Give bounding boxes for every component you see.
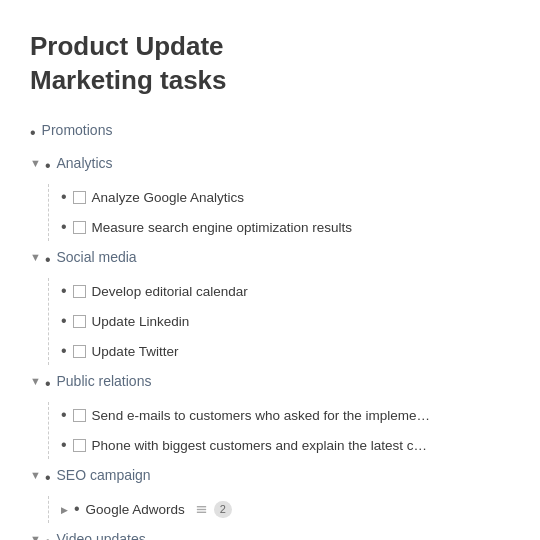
list-item-social-3: •Update Twitter	[61, 338, 510, 365]
adwords-badge: 2	[214, 501, 232, 519]
adwords-toggle-icon[interactable]: ▶	[61, 505, 68, 515]
task-tree: •Promotions▼•Analytics•Analyze Google An…	[30, 118, 510, 540]
section-bullet: •	[45, 531, 51, 540]
task-item-pr-2: •Phone with biggest customers and explai…	[61, 432, 510, 459]
item-bullet: •	[61, 311, 67, 332]
list-icon[interactable]	[195, 503, 208, 516]
section-toggle-video-updates[interactable]: ▼•Video updates	[30, 529, 146, 540]
section-bullet: •	[45, 373, 51, 395]
toggle-arrow-icon: ▼	[30, 155, 41, 173]
item-bullet: •	[61, 217, 67, 238]
list-item-social-2: •Update Linkedin	[61, 308, 510, 335]
adwords-label: Google Adwords	[86, 502, 185, 517]
task-item-pr-1: •Send e-mails to customers who asked for…	[61, 402, 510, 429]
task-text-social-3: Update Twitter	[92, 344, 179, 359]
toggle-arrow-icon: ▼	[30, 467, 41, 485]
section-toggle-public-relations[interactable]: ▼•Public relations	[30, 371, 151, 397]
toggle-arrow-icon: ▼	[30, 249, 41, 267]
section-analytics: ▼•Analytics•Analyze Google Analytics•Mea…	[30, 151, 510, 241]
adwords-bullet: •	[74, 499, 80, 520]
section-public-relations: ▼•Public relations•Send e-mails to custo…	[30, 369, 510, 459]
section-social-media: ▼•Social media•Develop editorial calenda…	[30, 245, 510, 365]
task-text-analytics-2: Measure search engine optimization resul…	[92, 220, 352, 235]
list-item-seo-1: ▶•Google Adwords2	[61, 496, 510, 523]
section-label-promotions: Promotions	[42, 122, 113, 138]
task-checkbox-social-1[interactable]	[73, 285, 86, 298]
list-item-pr-1: •Send e-mails to customers who asked for…	[61, 402, 510, 429]
section-toggle-analytics[interactable]: ▼•Analytics	[30, 153, 113, 179]
list-item-analytics-2: •Measure search engine optimization resu…	[61, 214, 510, 241]
section-label-analytics: Analytics	[57, 155, 113, 171]
section-seo-campaign: ▼•SEO campaign▶•Google Adwords2	[30, 463, 510, 523]
list-item-social-1: •Develop editorial calendar	[61, 278, 510, 305]
nested-container-public-relations: •Send e-mails to customers who asked for…	[48, 402, 510, 459]
task-checkbox-pr-1[interactable]	[73, 409, 86, 422]
page-title: Product Update Marketing tasks	[30, 30, 510, 98]
item-bullet: •	[61, 405, 67, 426]
section-bullet: •	[45, 155, 51, 177]
task-item-analytics-1: •Analyze Google Analytics	[61, 184, 510, 211]
list-item-pr-2: •Phone with biggest customers and explai…	[61, 432, 510, 459]
nested-container-seo-campaign: ▶•Google Adwords2	[48, 496, 510, 523]
section-label-video-updates: Video updates	[57, 531, 146, 540]
section-bullet: •	[45, 467, 51, 489]
section-toggle-social-media[interactable]: ▼•Social media	[30, 247, 137, 273]
section-label-seo-campaign: SEO campaign	[57, 467, 151, 483]
adwords-row: ▶•Google Adwords2	[61, 496, 510, 523]
section-label-social-media: Social media	[57, 249, 137, 265]
list-item-analytics-1: •Analyze Google Analytics	[61, 184, 510, 211]
task-text-analytics-1: Analyze Google Analytics	[92, 190, 244, 205]
task-checkbox-pr-2[interactable]	[73, 439, 86, 452]
task-checkbox-analytics-2[interactable]	[73, 221, 86, 234]
task-checkbox-social-3[interactable]	[73, 345, 86, 358]
section-bullet: •	[30, 122, 36, 144]
nested-container-analytics: •Analyze Google Analytics•Measure search…	[48, 184, 510, 241]
task-text-social-1: Develop editorial calendar	[92, 284, 248, 299]
item-bullet: •	[61, 187, 67, 208]
section-label-public-relations: Public relations	[57, 373, 152, 389]
task-checkbox-analytics-1[interactable]	[73, 191, 86, 204]
task-text-social-2: Update Linkedin	[92, 314, 190, 329]
toggle-arrow-icon: ▼	[30, 373, 41, 391]
task-item-social-1: •Develop editorial calendar	[61, 278, 510, 305]
item-bullet: •	[61, 281, 67, 302]
section-promotions: •Promotions	[30, 118, 510, 148]
toggle-arrow-icon: ▼	[30, 531, 41, 540]
section-toggle-seo-campaign[interactable]: ▼•SEO campaign	[30, 465, 151, 491]
task-item-social-3: •Update Twitter	[61, 338, 510, 365]
task-item-social-2: •Update Linkedin	[61, 308, 510, 335]
section-label-row-promotions: •Promotions	[30, 120, 112, 146]
task-item-analytics-2: •Measure search engine optimization resu…	[61, 214, 510, 241]
item-bullet: •	[61, 341, 67, 362]
item-bullet: •	[61, 435, 67, 456]
task-text-pr-2: Phone with biggest customers and explain…	[92, 438, 432, 453]
section-bullet: •	[45, 249, 51, 271]
nested-container-social-media: •Develop editorial calendar•Update Linke…	[48, 278, 510, 364]
task-checkbox-social-2[interactable]	[73, 315, 86, 328]
task-text-pr-1: Send e-mails to customers who asked for …	[92, 408, 432, 423]
section-video-updates: ▼•Video updates•Update video tutorials•C…	[30, 527, 510, 540]
